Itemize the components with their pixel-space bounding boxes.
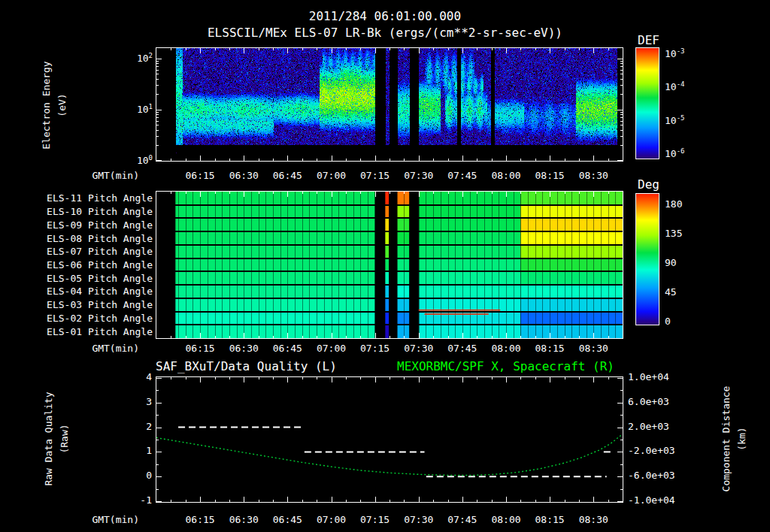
row-label-els-7: ELS-07 Pitch Angle (30, 246, 153, 257)
row-label-els-6: ELS-06 Pitch Angle (30, 259, 153, 271)
row-label-els-11: ELS-11 Pitch Angle (30, 192, 153, 204)
x-tick-label-08-00: 08:00 (484, 343, 529, 354)
x-tick-label-08-15: 08:15 (527, 514, 572, 525)
x-tick-label-08-00: 08:00 (484, 170, 529, 181)
x-tick-label-07-30: 07:30 (396, 170, 441, 181)
x-tick-label-07-00: 07:00 (309, 514, 354, 525)
deg-tick-45: 45 (665, 286, 677, 298)
y-axis-label-line2: (Raw) (56, 391, 72, 485)
deg-tick-135: 135 (665, 228, 682, 239)
row-label-els-1: ELS-01 Pitch Angle (30, 326, 153, 337)
right-axis-tick--6.0e+03: -6.0e+03 (628, 470, 675, 481)
y-axis-label-electron-energy: Electron Energy (eV) (38, 61, 70, 149)
row-label-els-8: ELS-08 Pitch Angle (30, 233, 153, 244)
row-label-els-5: ELS-05 Pitch Angle (30, 273, 153, 284)
x-tick-label-07-15: 07:15 (353, 170, 398, 181)
bottom-right-series-title: MEXORBMC/SPF X, Spacecraft (R) (397, 359, 614, 373)
left-axis-tick--1: -1 (119, 494, 152, 506)
right-axis-tick-2.0e+03: 2.0e+03 (628, 421, 669, 432)
left-axis-tick-2: 2 (119, 421, 152, 432)
x-tick-label-06-30: 06:30 (221, 170, 266, 181)
pitch-angle-canvas (156, 192, 623, 338)
deg-colorbar-title: Deg (638, 177, 659, 192)
y-axis-label-raw-data-quality: Raw Data Quality (Raw) (41, 391, 72, 485)
left-axis-tick-1: 1 (119, 445, 152, 456)
def-tick-10e-5: 10-5 (665, 114, 685, 126)
y-axis-label-component-distance: Component Distance (km) (718, 386, 750, 492)
spectrogram-canvas (156, 48, 623, 161)
right-axis-tick--2.0e+03: -2.0e+03 (628, 445, 675, 456)
x-tick-label-08-15: 08:15 (527, 343, 572, 354)
x-tick-label-07-45: 07:45 (440, 343, 485, 354)
left-axis-tick-0: 0 (119, 470, 152, 481)
def-tick-10e-4: 10-4 (665, 80, 685, 92)
left-axis-tick-4: 4 (119, 371, 152, 382)
pitch-angle-panel (156, 191, 623, 339)
def-tick-10e-3: 10-3 (665, 47, 685, 59)
x-tick-label-06-15: 06:15 (177, 343, 223, 354)
row-label-els-9: ELS-09 Pitch Angle (30, 219, 153, 231)
page-title: 2011/284 06:01:00.000 (0, 9, 770, 23)
x-tick-label-08-15: 08:15 (527, 170, 572, 181)
deg-tick-180: 180 (665, 198, 682, 210)
x-tick-label-07-00: 07:00 (309, 343, 354, 354)
x-tick-label-07-15: 07:15 (353, 343, 398, 354)
x-tick-label-08-30: 08:30 (571, 343, 616, 354)
line-plot-canvas (156, 377, 623, 502)
x-tick-label-08-30: 08:30 (571, 170, 616, 181)
y-axis-label-line2: (km) (734, 386, 750, 492)
left-axis-tick-3: 3 (119, 396, 152, 407)
row-label-els-4: ELS-04 Pitch Angle (30, 286, 153, 297)
spectrogram-panel (156, 47, 623, 162)
x-tick-label-07-15: 07:15 (353, 514, 398, 525)
deg-colorbar (635, 193, 659, 325)
y-axis-label-line1: Electron Energy (38, 61, 54, 149)
x-tick-label-08-00: 08:00 (484, 514, 529, 525)
y-axis-label-line2: (eV) (54, 61, 70, 149)
x-tick-label-07-45: 07:45 (440, 170, 485, 181)
x-tick-label-07-30: 07:30 (396, 343, 441, 354)
right-axis-tick--1.0e+04: -1.0e+04 (628, 494, 675, 506)
x-tick-label-06-30: 06:30 (221, 343, 266, 354)
x-tick-label-06-15: 06:15 (177, 170, 223, 181)
row-label-els-2: ELS-02 Pitch Angle (30, 313, 153, 324)
right-axis-tick-6.0e+03: 6.0e+03 (628, 396, 669, 407)
row-label-els-10: ELS-10 Pitch Angle (30, 206, 153, 217)
line-plot-panel (156, 376, 623, 503)
y-axis-label-line1: Raw Data Quality (41, 391, 56, 485)
energy-tick-10e1: 101 (113, 103, 153, 115)
deg-tick-90: 90 (665, 257, 677, 268)
deg-tick-0: 0 (665, 316, 671, 327)
x-tick-label-06-30: 06:30 (221, 514, 266, 525)
x-tick-label-06-45: 06:45 (265, 343, 310, 354)
right-axis-tick-1.0e+04: 1.0e+04 (628, 371, 669, 382)
x-tick-label-06-45: 06:45 (265, 170, 310, 181)
gmt-axis-label-bottom: GMT(min) (70, 514, 139, 525)
x-tick-label-07-00: 07:00 (309, 170, 354, 181)
y-axis-label-line1: Component Distance (718, 386, 734, 492)
gmt-axis-label-middle: GMT(min) (70, 343, 139, 354)
gmt-axis-label-top: GMT(min) (70, 170, 139, 181)
energy-tick-10e2: 102 (113, 52, 153, 64)
def-colorbar (635, 47, 659, 159)
x-tick-label-06-15: 06:15 (177, 514, 223, 525)
x-tick-label-08-30: 08:30 (571, 514, 616, 525)
def-colorbar-title: DEF (638, 33, 659, 47)
bottom-left-series-title: SAF_BXuT/Data Quality (L) (156, 359, 337, 373)
energy-tick-10e0: 100 (113, 154, 153, 166)
row-label-els-3: ELS-03 Pitch Angle (30, 299, 153, 310)
science-plot-page: 2011/284 06:01:00.000 ELSSCIL/MEx ELS-07… (0, 0, 770, 532)
x-tick-label-06-45: 06:45 (265, 514, 310, 525)
x-tick-label-07-45: 07:45 (440, 514, 485, 525)
def-tick-10e-6: 10-6 (665, 147, 685, 159)
x-tick-label-07-30: 07:30 (396, 514, 441, 525)
